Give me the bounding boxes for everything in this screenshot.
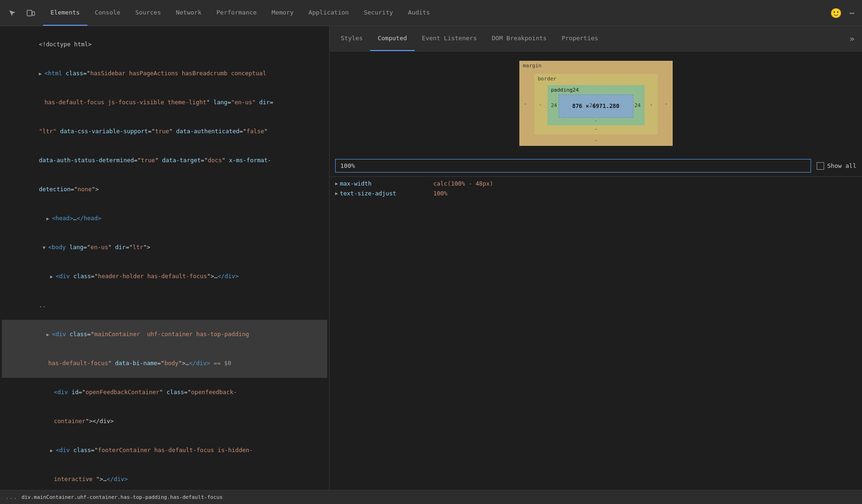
dom-line-main-div-2: has-default-focus" data-bi-name="body">…… (2, 349, 327, 378)
dom-line-html-attrs4: detection="none"> (2, 175, 327, 204)
status-dots: ... (6, 494, 18, 500)
tab-dom-breakpoints[interactable]: DOM Breakpoints (484, 26, 554, 51)
prop-value-text-size-adjust: 100% (433, 190, 856, 197)
dom-line-dots: .. (2, 291, 327, 320)
elements-panel: <!doctype html> ▶<html class="hasSidebar… (0, 26, 330, 490)
box-margin: margin - - - border - - - padding24 24 (519, 61, 673, 146)
feedback-emoji[interactable]: 🙂 (830, 7, 842, 19)
css-prop-max-width[interactable]: ▶ max-width calc(100% - 48px) (330, 179, 862, 188)
html-content[interactable]: <!doctype html> ▶<html class="hasSidebar… (0, 26, 329, 490)
prop-value-max-width: calc(100% - 48px) (433, 180, 856, 187)
tab-memory[interactable]: Memory (264, 0, 301, 26)
tab-application[interactable]: Application (301, 0, 356, 26)
padding-left-value: 24 (551, 102, 557, 108)
dom-line-header-div[interactable]: ▶<div class="header-holder has-default-f… (2, 262, 327, 291)
tab-sources[interactable]: Sources (128, 0, 168, 26)
padding-bottom-dash: - (594, 117, 597, 123)
main-area: <!doctype html> ▶<html class="hasSidebar… (0, 26, 862, 490)
right-panel: Styles Computed Event Listeners DOM Brea… (330, 26, 862, 490)
tab-computed[interactable]: Computed (370, 26, 415, 51)
devtools-toolbar: Elements Console Sources Network Perform… (0, 0, 862, 26)
box-model-diagram: margin - - - border - - - padding24 24 (330, 51, 862, 155)
show-all-label[interactable]: Show all (827, 162, 856, 169)
box-padding: padding24 24 24 - 24 - 876 × 6971.280 (547, 85, 645, 125)
dom-tree: <!doctype html> ▶<html class="hasSidebar… (0, 26, 329, 490)
dom-line-footer-div[interactable]: ▶<div class="footerContainer has-default… (2, 436, 327, 465)
filter-bar: Show all (330, 155, 862, 177)
tab-network[interactable]: Network (168, 0, 209, 26)
tab-elements[interactable]: Elements (43, 0, 87, 26)
tab-event-listeners[interactable]: Event Listeners (415, 26, 484, 51)
border-dash-left: - (539, 101, 542, 108)
tab-audits[interactable]: Audits (401, 0, 438, 26)
padding-right-value: 24 (634, 102, 640, 108)
svg-rect-1 (32, 12, 35, 15)
margin-dash-right: - (665, 101, 668, 107)
show-all-checkbox[interactable] (817, 162, 824, 170)
status-breadcrumb: div.mainContainer.uhf-container.has-top-… (22, 494, 223, 500)
padding-mid: 24 - (589, 102, 603, 108)
status-bar: ... div.mainContainer.uhf-container.has-… (0, 490, 862, 504)
prop-arrow-max-width[interactable]: ▶ (335, 181, 338, 186)
border-dash-bottom: - (594, 126, 597, 132)
device-toggle-icon[interactable] (22, 5, 39, 22)
padding-label: padding24 (551, 87, 579, 93)
dom-line-body-open[interactable]: ▼<body lang="en-us" dir="ltr"> (2, 233, 327, 262)
tab-console[interactable]: Console (87, 0, 128, 26)
border-dash-right: - (650, 101, 653, 108)
dom-line-feedback-div-2: container"></div> (2, 407, 327, 436)
margin-label: margin (523, 63, 542, 69)
dom-line-head[interactable]: ▶<head>…</head> (2, 204, 327, 233)
dom-line-html-attrs2: "ltr" data-css-variable-support="true" d… (2, 117, 327, 146)
svg-rect-0 (27, 10, 32, 16)
css-prop-text-size-adjust[interactable]: ▶ text-size-adjust 100% (330, 188, 862, 198)
prop-name-text-size-adjust: text-size-adjust (340, 190, 433, 197)
dom-line-main-div[interactable]: ▶<div class="mainContainer uhf-container… (2, 320, 327, 349)
dom-line-html-attrs3: data-auth-status-determined="true" data-… (2, 146, 327, 175)
dom-line-html-attrs: has-default-focus js-focus-visible theme… (2, 88, 327, 117)
dom-line-html-open[interactable]: ▶<html class="hasSidebar hasPageActions … (2, 59, 327, 88)
dom-line-doctype[interactable]: <!doctype html> (2, 30, 327, 59)
more-panel-tabs[interactable]: » (846, 34, 858, 43)
tab-properties[interactable]: Properties (554, 26, 605, 51)
margin-dash-bottom: - (594, 137, 597, 143)
dom-line-feedback-div[interactable]: <div id="openFeedbackContainer" class="o… (2, 378, 327, 407)
margin-dash-left: - (524, 101, 527, 107)
main-tabs: Elements Console Sources Network Perform… (43, 0, 438, 26)
toolbar-right: 🙂 ⋯ (830, 7, 858, 19)
prop-arrow-text-size-adjust[interactable]: ▶ (335, 191, 338, 196)
panel-tabs: Styles Computed Event Listeners DOM Brea… (330, 26, 862, 51)
filter-input[interactable] (335, 159, 811, 173)
box-border: border - - - padding24 24 24 - 24 (534, 74, 658, 135)
border-label: border (538, 76, 557, 82)
show-all-container[interactable]: Show all (817, 162, 856, 170)
tab-security[interactable]: Security (356, 0, 401, 26)
box-model: margin - - - border - - - padding24 24 (519, 61, 673, 146)
tab-performance[interactable]: Performance (209, 0, 264, 26)
dom-line-footer-div-2: interactive ">…</div> (2, 465, 327, 490)
prop-name-max-width: max-width (340, 180, 433, 187)
more-menu[interactable]: ⋯ (846, 8, 858, 18)
css-properties-list: ▶ max-width calc(100% - 48px) ▶ text-siz… (330, 177, 862, 490)
tab-styles[interactable]: Styles (333, 26, 370, 51)
cursor-icon[interactable] (4, 5, 21, 22)
toolbar-icons (4, 5, 39, 22)
